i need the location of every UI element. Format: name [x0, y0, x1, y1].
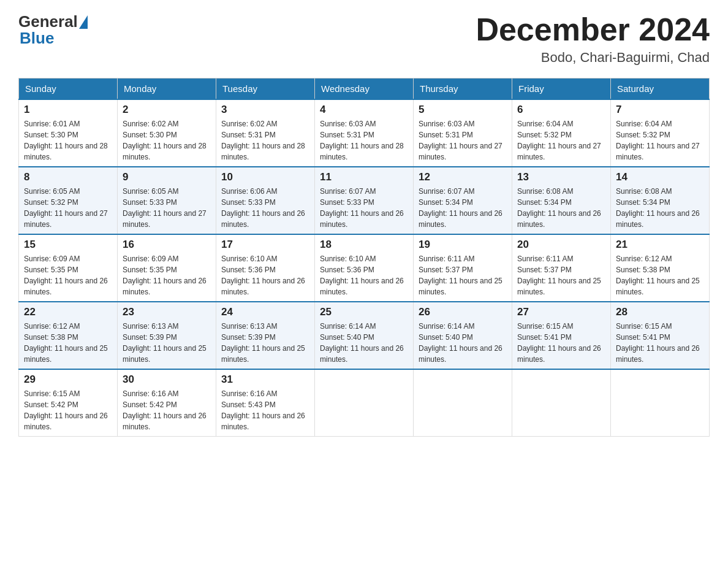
day-number: 24 — [221, 306, 309, 318]
calendar-cell — [611, 369, 710, 437]
day-info: Sunrise: 6:16 AM Sunset: 5:43 PM Dayligh… — [221, 388, 309, 432]
day-number: 15 — [24, 239, 112, 251]
calendar-week-1: 1 Sunrise: 6:01 AM Sunset: 5:30 PM Dayli… — [19, 99, 710, 167]
calendar-cell: 4 Sunrise: 6:03 AM Sunset: 5:31 PM Dayli… — [315, 99, 414, 167]
title-block: December 2024 Bodo, Chari-Baguirmi, Chad — [476, 12, 710, 66]
calendar-cell: 31 Sunrise: 6:16 AM Sunset: 5:43 PM Dayl… — [216, 369, 315, 437]
day-info: Sunrise: 6:14 AM Sunset: 5:40 PM Dayligh… — [320, 321, 408, 365]
calendar-cell: 9 Sunrise: 6:05 AM Sunset: 5:33 PM Dayli… — [118, 167, 216, 234]
day-info: Sunrise: 6:02 AM Sunset: 5:31 PM Dayligh… — [221, 118, 309, 163]
day-info: Sunrise: 6:03 AM Sunset: 5:31 PM Dayligh… — [320, 118, 408, 163]
calendar-cell: 25 Sunrise: 6:14 AM Sunset: 5:40 PM Dayl… — [315, 302, 414, 369]
calendar-cell: 16 Sunrise: 6:09 AM Sunset: 5:35 PM Dayl… — [118, 234, 216, 302]
calendar-week-3: 15 Sunrise: 6:09 AM Sunset: 5:35 PM Dayl… — [19, 234, 710, 302]
day-info: Sunrise: 6:07 AM Sunset: 5:33 PM Dayligh… — [320, 186, 408, 230]
weekday-header-sunday: Sunday — [19, 79, 118, 100]
day-number: 21 — [616, 239, 704, 251]
day-info: Sunrise: 6:13 AM Sunset: 5:39 PM Dayligh… — [221, 321, 309, 365]
day-info: Sunrise: 6:15 AM Sunset: 5:41 PM Dayligh… — [517, 321, 605, 365]
day-info: Sunrise: 6:09 AM Sunset: 5:35 PM Dayligh… — [24, 253, 112, 297]
calendar-cell — [315, 369, 414, 437]
day-number: 9 — [123, 171, 211, 183]
weekday-header-wednesday: Wednesday — [315, 79, 414, 100]
calendar-table: SundayMondayTuesdayWednesdayThursdayFrid… — [18, 78, 710, 437]
day-number: 2 — [123, 104, 211, 116]
calendar-cell: 27 Sunrise: 6:15 AM Sunset: 5:41 PM Dayl… — [512, 302, 611, 369]
calendar-week-2: 8 Sunrise: 6:05 AM Sunset: 5:32 PM Dayli… — [19, 167, 710, 234]
calendar-week-5: 29 Sunrise: 6:15 AM Sunset: 5:42 PM Dayl… — [19, 369, 710, 437]
day-number: 16 — [123, 239, 211, 251]
day-number: 28 — [616, 306, 704, 318]
day-info: Sunrise: 6:04 AM Sunset: 5:32 PM Dayligh… — [616, 118, 704, 163]
day-info: Sunrise: 6:08 AM Sunset: 5:34 PM Dayligh… — [616, 186, 704, 230]
location-title: Bodo, Chari-Baguirmi, Chad — [476, 50, 710, 66]
calendar-cell: 22 Sunrise: 6:12 AM Sunset: 5:38 PM Dayl… — [19, 302, 118, 369]
calendar-cell: 3 Sunrise: 6:02 AM Sunset: 5:31 PM Dayli… — [216, 99, 315, 167]
calendar-cell: 13 Sunrise: 6:08 AM Sunset: 5:34 PM Dayl… — [512, 167, 611, 234]
day-number: 19 — [419, 239, 507, 251]
day-number: 5 — [419, 104, 507, 116]
day-number: 4 — [320, 104, 408, 116]
calendar-cell: 11 Sunrise: 6:07 AM Sunset: 5:33 PM Dayl… — [315, 167, 414, 234]
day-number: 25 — [320, 306, 408, 318]
day-info: Sunrise: 6:07 AM Sunset: 5:34 PM Dayligh… — [419, 186, 507, 230]
day-number: 13 — [517, 171, 605, 183]
calendar-cell: 8 Sunrise: 6:05 AM Sunset: 5:32 PM Dayli… — [19, 167, 118, 234]
day-number: 7 — [616, 104, 704, 116]
calendar-cell: 28 Sunrise: 6:15 AM Sunset: 5:41 PM Dayl… — [611, 302, 710, 369]
logo: General Blue — [18, 12, 89, 48]
day-info: Sunrise: 6:14 AM Sunset: 5:40 PM Dayligh… — [419, 321, 507, 365]
weekday-header-tuesday: Tuesday — [216, 79, 315, 100]
day-number: 31 — [221, 373, 309, 386]
logo-triangle-icon — [79, 15, 88, 29]
calendar-cell: 17 Sunrise: 6:10 AM Sunset: 5:36 PM Dayl… — [216, 234, 315, 302]
day-info: Sunrise: 6:11 AM Sunset: 5:37 PM Dayligh… — [517, 253, 605, 297]
day-number: 29 — [24, 373, 112, 386]
calendar-cell: 23 Sunrise: 6:13 AM Sunset: 5:39 PM Dayl… — [118, 302, 216, 369]
day-info: Sunrise: 6:06 AM Sunset: 5:33 PM Dayligh… — [221, 186, 309, 230]
day-info: Sunrise: 6:15 AM Sunset: 5:42 PM Dayligh… — [24, 388, 112, 432]
month-title: December 2024 — [476, 12, 710, 47]
day-number: 12 — [419, 171, 507, 183]
day-info: Sunrise: 6:10 AM Sunset: 5:36 PM Dayligh… — [221, 253, 309, 297]
calendar-cell: 1 Sunrise: 6:01 AM Sunset: 5:30 PM Dayli… — [19, 99, 118, 167]
calendar-cell: 2 Sunrise: 6:02 AM Sunset: 5:30 PM Dayli… — [118, 99, 216, 167]
weekday-header-friday: Friday — [512, 79, 611, 100]
calendar-cell: 5 Sunrise: 6:03 AM Sunset: 5:31 PM Dayli… — [414, 99, 512, 167]
day-info: Sunrise: 6:16 AM Sunset: 5:42 PM Dayligh… — [123, 388, 211, 432]
day-number: 14 — [616, 171, 704, 183]
day-number: 20 — [517, 239, 605, 251]
calendar-cell: 21 Sunrise: 6:12 AM Sunset: 5:38 PM Dayl… — [611, 234, 710, 302]
calendar-cell — [414, 369, 512, 437]
calendar-cell: 10 Sunrise: 6:06 AM Sunset: 5:33 PM Dayl… — [216, 167, 315, 234]
day-number: 6 — [517, 104, 605, 116]
calendar-cell — [512, 369, 611, 437]
calendar-cell: 24 Sunrise: 6:13 AM Sunset: 5:39 PM Dayl… — [216, 302, 315, 369]
day-info: Sunrise: 6:15 AM Sunset: 5:41 PM Dayligh… — [616, 321, 704, 365]
day-number: 3 — [221, 104, 309, 116]
weekday-header-thursday: Thursday — [414, 79, 512, 100]
day-info: Sunrise: 6:13 AM Sunset: 5:39 PM Dayligh… — [123, 321, 211, 365]
day-number: 8 — [24, 171, 112, 183]
calendar-cell: 29 Sunrise: 6:15 AM Sunset: 5:42 PM Dayl… — [19, 369, 118, 437]
day-number: 18 — [320, 239, 408, 251]
day-info: Sunrise: 6:08 AM Sunset: 5:34 PM Dayligh… — [517, 186, 605, 230]
day-info: Sunrise: 6:10 AM Sunset: 5:36 PM Dayligh… — [320, 253, 408, 297]
calendar-cell: 15 Sunrise: 6:09 AM Sunset: 5:35 PM Dayl… — [19, 234, 118, 302]
day-info: Sunrise: 6:11 AM Sunset: 5:37 PM Dayligh… — [419, 253, 507, 297]
weekday-header-monday: Monday — [118, 79, 216, 100]
page-header: General Blue December 2024 Bodo, Chari-B… — [18, 12, 710, 66]
calendar-cell: 20 Sunrise: 6:11 AM Sunset: 5:37 PM Dayl… — [512, 234, 611, 302]
day-number: 26 — [419, 306, 507, 318]
calendar-cell: 12 Sunrise: 6:07 AM Sunset: 5:34 PM Dayl… — [414, 167, 512, 234]
calendar-cell: 18 Sunrise: 6:10 AM Sunset: 5:36 PM Dayl… — [315, 234, 414, 302]
day-number: 22 — [24, 306, 112, 318]
calendar-cell: 19 Sunrise: 6:11 AM Sunset: 5:37 PM Dayl… — [414, 234, 512, 302]
day-number: 1 — [24, 104, 112, 116]
day-number: 30 — [123, 373, 211, 386]
day-number: 10 — [221, 171, 309, 183]
weekday-header-saturday: Saturday — [611, 79, 710, 100]
day-info: Sunrise: 6:04 AM Sunset: 5:32 PM Dayligh… — [517, 118, 605, 163]
calendar-cell: 30 Sunrise: 6:16 AM Sunset: 5:42 PM Dayl… — [118, 369, 216, 437]
calendar-cell: 7 Sunrise: 6:04 AM Sunset: 5:32 PM Dayli… — [611, 99, 710, 167]
